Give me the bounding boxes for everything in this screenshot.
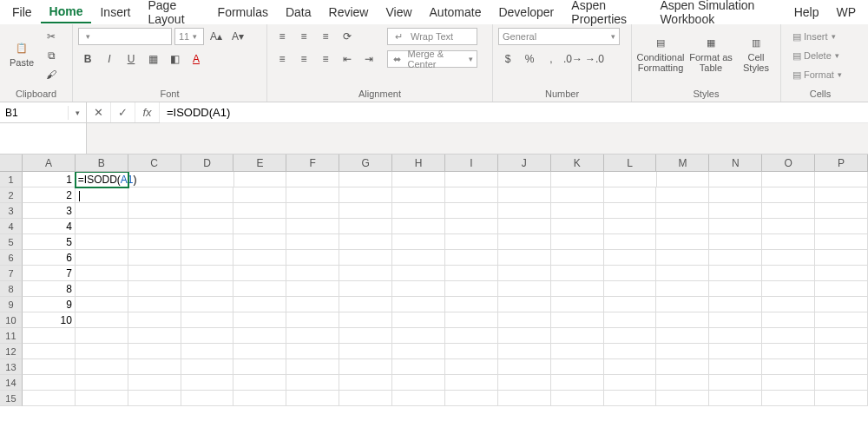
column-header[interactable]: D — [181, 155, 234, 171]
cell[interactable] — [498, 328, 551, 344]
cell[interactable] — [286, 359, 339, 375]
cell[interactable] — [604, 375, 657, 391]
cell-styles-button[interactable]: ▥ Cell Styles — [738, 28, 774, 82]
column-header[interactable]: J — [498, 155, 551, 171]
column-header[interactable]: A — [23, 155, 76, 171]
cell[interactable] — [339, 172, 392, 187]
row-header[interactable]: 9 — [0, 297, 23, 312]
cell[interactable] — [392, 297, 445, 312]
cell[interactable] — [76, 219, 128, 234]
formula-bar-input[interactable] — [160, 106, 868, 119]
cell[interactable] — [656, 391, 709, 406]
cell[interactable] — [709, 234, 762, 250]
tab-view[interactable]: View — [377, 2, 420, 23]
cell[interactable] — [181, 359, 234, 375]
cell[interactable] — [286, 234, 339, 250]
inc-decimal-button[interactable]: .0→ — [563, 50, 582, 68]
cell[interactable] — [286, 219, 339, 234]
cell[interactable] — [128, 359, 181, 375]
cell[interactable] — [128, 266, 181, 281]
cell[interactable] — [392, 375, 445, 391]
column-header[interactable]: L — [604, 155, 657, 171]
cell[interactable] — [181, 234, 234, 250]
cell[interactable] — [392, 234, 445, 250]
cell[interactable] — [709, 312, 762, 328]
row-header[interactable]: 7 — [0, 266, 23, 281]
cell[interactable] — [392, 281, 445, 297]
row-header[interactable]: 2 — [0, 187, 23, 203]
column-header[interactable]: C — [128, 155, 181, 171]
cell[interactable] — [815, 297, 868, 312]
cell[interactable] — [551, 281, 604, 297]
cell[interactable] — [392, 250, 445, 266]
cell[interactable] — [181, 266, 234, 281]
tab-developer[interactable]: Developer — [490, 2, 562, 23]
cell[interactable] — [604, 219, 657, 234]
font-name-select[interactable]: ▾ — [78, 28, 172, 45]
cell[interactable] — [76, 312, 128, 328]
cell[interactable]: 5 — [23, 234, 76, 250]
grid-body[interactable]: 11=ISODD(A1)2233445566778899101011121314… — [0, 172, 868, 406]
cell[interactable] — [76, 328, 128, 344]
wrap-text-button[interactable]: ↵Wrap Text — [387, 28, 477, 45]
cell[interactable] — [23, 359, 76, 375]
cell[interactable] — [128, 219, 181, 234]
cell[interactable] — [23, 375, 76, 391]
cell[interactable] — [709, 328, 762, 344]
cell[interactable] — [445, 281, 498, 297]
column-header[interactable]: P — [815, 155, 868, 171]
cell[interactable] — [233, 266, 286, 281]
cell[interactable] — [551, 297, 604, 312]
cell[interactable] — [445, 250, 498, 266]
cell[interactable] — [233, 312, 286, 328]
format-as-table-button[interactable]: ▦ Format as Table — [687, 28, 734, 82]
cell[interactable] — [76, 234, 128, 250]
indent-dec-button[interactable]: ⇤ — [338, 50, 357, 68]
cell[interactable] — [392, 172, 445, 187]
cell[interactable] — [339, 297, 392, 312]
cell[interactable] — [233, 391, 286, 406]
cell[interactable] — [656, 266, 709, 281]
cell[interactable] — [762, 328, 815, 344]
cell[interactable] — [498, 281, 551, 297]
underline-button[interactable]: U — [122, 50, 141, 68]
align-bottom-button[interactable]: ≡ — [316, 28, 335, 45]
cell[interactable] — [181, 219, 234, 234]
font-size-select[interactable]: 11▾ — [174, 28, 204, 45]
cell[interactable] — [604, 391, 657, 406]
cell[interactable] — [181, 172, 234, 187]
font-color-button[interactable]: A — [187, 50, 206, 68]
cell[interactable] — [339, 391, 392, 406]
orientation-button[interactable]: ⟳ — [338, 28, 357, 45]
cell[interactable] — [181, 203, 234, 219]
cell[interactable] — [709, 250, 762, 266]
cell[interactable] — [551, 359, 604, 375]
cell[interactable] — [656, 281, 709, 297]
cell[interactable] — [551, 375, 604, 391]
tab-help[interactable]: Help — [786, 2, 828, 23]
cell[interactable] — [128, 391, 181, 406]
cell[interactable] — [286, 328, 339, 344]
cell[interactable] — [339, 375, 392, 391]
cell[interactable] — [339, 281, 392, 297]
column-header[interactable]: H — [392, 155, 445, 171]
align-right-button[interactable]: ≡ — [316, 50, 335, 68]
cell[interactable] — [233, 203, 286, 219]
align-top-button[interactable]: ≡ — [273, 28, 292, 45]
cell[interactable] — [762, 203, 815, 219]
cell[interactable] — [286, 344, 339, 359]
cell[interactable] — [76, 391, 128, 406]
row-header[interactable]: 11 — [0, 328, 23, 344]
cell[interactable]: 1 — [23, 172, 76, 187]
cell[interactable] — [233, 344, 286, 359]
formula-cancel-button[interactable]: ✕ — [87, 102, 111, 122]
cell[interactable] — [709, 391, 762, 406]
insert-cells-button[interactable]: ▤Insert▾ — [786, 28, 854, 45]
column-header[interactable]: O — [762, 155, 815, 171]
cell[interactable] — [233, 187, 286, 203]
align-middle-button[interactable]: ≡ — [294, 28, 313, 45]
tab-automate[interactable]: Automate — [421, 2, 490, 23]
cell[interactable] — [233, 234, 286, 250]
cell[interactable] — [604, 187, 657, 203]
tab-review[interactable]: Review — [320, 2, 378, 23]
